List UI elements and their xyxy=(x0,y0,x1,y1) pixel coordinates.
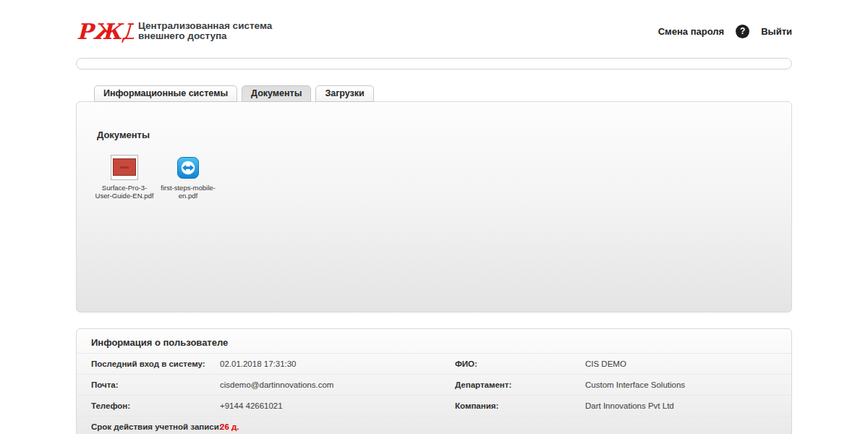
user-info-row: Срок действия учетной записи: 26 д. xyxy=(77,416,791,434)
email-value: cisdemo@dartinnovations.com xyxy=(220,375,455,395)
documents-panel: Документы Surface-Pro-3-User-Guide-EN.pd… xyxy=(76,101,792,312)
file-item-surface-guide[interactable]: Surface-Pro-3-User-Guide-EN.pdf xyxy=(94,153,155,200)
account-expiry-value: 26 д. xyxy=(220,417,455,434)
header-actions: Смена пароля ? Выйти xyxy=(658,25,792,38)
teamviewer-icon xyxy=(177,157,199,179)
full-name-label: ФИО: xyxy=(455,354,585,374)
collapsed-menu-bar xyxy=(76,58,792,69)
tab-information-systems[interactable]: Информационные системы xyxy=(94,85,237,102)
department-value: Custom Interface Solutions xyxy=(585,375,777,395)
files-row: Surface-Pro-3-User-Guide-EN.pdf xyxy=(77,140,791,200)
last-login-value: 02.01.2018 17:31:30 xyxy=(220,354,455,374)
full-name-value: CIS DEMO xyxy=(585,354,777,374)
file-item-first-steps[interactable]: first-steps-mobile-en.pdf xyxy=(158,153,218,200)
logout-link[interactable]: Выйти xyxy=(761,26,792,37)
file-name: Surface-Pro-3-User-Guide-EN.pdf xyxy=(94,184,155,200)
app-title-line1: Централизованная система xyxy=(138,21,272,32)
change-password-link[interactable]: Смена пароля xyxy=(658,26,724,37)
tab-bar: Информационные системы Документы Загрузк… xyxy=(76,85,792,102)
tab-documents[interactable]: Документы xyxy=(242,85,311,102)
company-label: Компания: xyxy=(455,396,585,416)
file-name: first-steps-mobile-en.pdf xyxy=(158,184,218,200)
app-title-line2: внешнего доступа xyxy=(138,31,272,42)
phone-value: +9144 42661021 xyxy=(220,396,455,416)
department-label: Департамент: xyxy=(455,375,585,395)
brand: РЖД Централизованная система внешнего до… xyxy=(76,18,272,44)
email-label: Почта: xyxy=(91,375,220,395)
account-expiry-label: Срок действия учетной записи: xyxy=(91,417,220,434)
rzd-logo-icon: РЖД xyxy=(76,18,134,44)
user-info-heading: Информация о пользователе xyxy=(77,329,791,353)
svg-text:РЖД: РЖД xyxy=(77,19,134,44)
tab-downloads[interactable]: Загрузки xyxy=(315,85,373,102)
page-header: РЖД Централизованная система внешнего до… xyxy=(76,0,792,51)
user-info-row: Последний вход в систему: 02.01.2018 17:… xyxy=(77,353,791,374)
last-login-label: Последний вход в систему: xyxy=(91,354,220,374)
documents-heading: Документы xyxy=(77,102,791,140)
user-info-panel: Информация о пользователе Последний вход… xyxy=(76,328,792,434)
user-info-row: Телефон: +9144 42661021 Компания: Dart I… xyxy=(77,395,791,416)
help-icon[interactable]: ? xyxy=(736,25,749,38)
company-value: Dart Innovations Pvt Ltd xyxy=(585,396,777,416)
user-info-row: Почта: cisdemo@dartinnovations.com Депар… xyxy=(77,374,791,395)
pdf-document-thumbnail-icon xyxy=(111,155,138,180)
phone-label: Телефон: xyxy=(91,396,220,416)
app-title: Централизованная система внешнего доступ… xyxy=(138,21,272,42)
